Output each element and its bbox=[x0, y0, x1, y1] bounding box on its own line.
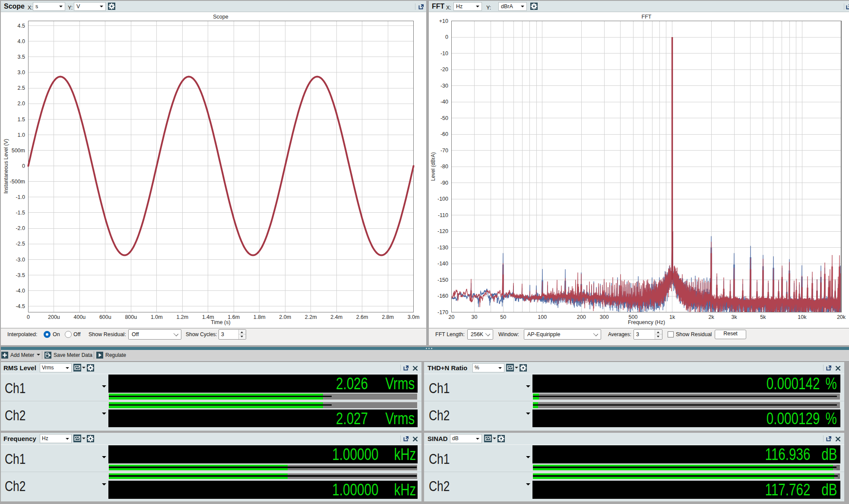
svg-text:30: 30 bbox=[472, 314, 478, 320]
svg-text:600u: 600u bbox=[99, 314, 111, 320]
svg-text:300: 300 bbox=[600, 314, 609, 320]
svg-text:-170: -170 bbox=[437, 309, 448, 315]
svg-text:20: 20 bbox=[449, 314, 455, 320]
svg-text:1k: 1k bbox=[669, 314, 675, 320]
svg-text:3k: 3k bbox=[731, 314, 737, 320]
svg-text:2.5: 2.5 bbox=[18, 85, 25, 91]
svg-text:0: 0 bbox=[27, 314, 30, 320]
svg-text:2.4m: 2.4m bbox=[330, 314, 342, 320]
svg-text:0: 0 bbox=[445, 34, 448, 40]
svg-text:Frequency (Hz): Frequency (Hz) bbox=[628, 319, 665, 325]
svg-text:-30: -30 bbox=[440, 83, 448, 89]
svg-text:-4.0: -4.0 bbox=[16, 288, 25, 294]
svg-text:Scope: Scope bbox=[213, 14, 228, 20]
svg-text:-70: -70 bbox=[440, 148, 448, 154]
svg-text:-10: -10 bbox=[440, 50, 448, 57]
svg-text:200: 200 bbox=[577, 314, 586, 320]
svg-text:100: 100 bbox=[538, 314, 547, 320]
svg-text:-150: -150 bbox=[437, 277, 448, 283]
svg-text:500m: 500m bbox=[12, 148, 25, 154]
svg-text:1.0m: 1.0m bbox=[151, 314, 163, 320]
svg-text:-120: -120 bbox=[437, 228, 448, 234]
svg-text:-1.5: -1.5 bbox=[16, 210, 25, 216]
svg-text:-60: -60 bbox=[440, 131, 448, 137]
svg-text:Instantaneous Level (V): Instantaneous Level (V) bbox=[3, 139, 9, 194]
svg-text:-4.5: -4.5 bbox=[16, 303, 25, 309]
svg-text:-140: -140 bbox=[437, 261, 448, 267]
svg-text:-20: -20 bbox=[440, 66, 448, 72]
svg-text:5k: 5k bbox=[760, 314, 766, 320]
svg-text:1.8m: 1.8m bbox=[253, 314, 266, 320]
svg-text:4.0: 4.0 bbox=[18, 38, 25, 44]
svg-text:3.0m: 3.0m bbox=[408, 314, 420, 320]
svg-text:-1.0: -1.0 bbox=[16, 194, 25, 200]
svg-text:-130: -130 bbox=[437, 245, 448, 251]
svg-text:-80: -80 bbox=[440, 164, 448, 170]
svg-text:2.6m: 2.6m bbox=[356, 314, 368, 320]
svg-text:-110: -110 bbox=[438, 212, 448, 218]
svg-text:-3.5: -3.5 bbox=[16, 272, 25, 278]
svg-text:-500m: -500m bbox=[10, 179, 25, 185]
svg-text:2.2m: 2.2m bbox=[305, 314, 317, 320]
svg-text:400u: 400u bbox=[73, 314, 86, 320]
svg-text:-40: -40 bbox=[440, 99, 448, 105]
svg-text:2.8m: 2.8m bbox=[382, 314, 394, 320]
svg-text:FFT: FFT bbox=[642, 14, 652, 20]
svg-text:-90: -90 bbox=[440, 180, 448, 186]
svg-text:200u: 200u bbox=[48, 314, 60, 320]
svg-text:-2.0: -2.0 bbox=[16, 225, 25, 231]
svg-text:10k: 10k bbox=[798, 314, 807, 320]
svg-text:-50: -50 bbox=[440, 115, 448, 121]
svg-text:2k: 2k bbox=[709, 314, 715, 320]
svg-text:1.5: 1.5 bbox=[18, 117, 25, 123]
svg-text:3.5: 3.5 bbox=[18, 54, 25, 60]
svg-text:+10: +10 bbox=[439, 18, 448, 24]
svg-text:20k: 20k bbox=[837, 314, 846, 320]
svg-text:2.0: 2.0 bbox=[18, 101, 25, 107]
svg-text:2.0m: 2.0m bbox=[279, 314, 291, 320]
svg-text:3.0: 3.0 bbox=[18, 69, 25, 76]
svg-text:-100: -100 bbox=[437, 196, 448, 202]
svg-text:4.5: 4.5 bbox=[18, 23, 25, 29]
svg-text:0: 0 bbox=[22, 163, 25, 169]
svg-text:Time (s): Time (s) bbox=[211, 319, 230, 325]
svg-text:Level (dBrA): Level (dBrA) bbox=[430, 152, 436, 181]
svg-text:1.2m: 1.2m bbox=[176, 314, 188, 320]
svg-text:800u: 800u bbox=[125, 314, 137, 320]
svg-text:-160: -160 bbox=[437, 293, 448, 299]
svg-text:-3.0: -3.0 bbox=[16, 257, 25, 263]
svg-text:50: 50 bbox=[500, 314, 506, 320]
svg-text:1.0: 1.0 bbox=[18, 132, 25, 138]
svg-text:-2.5: -2.5 bbox=[16, 241, 25, 247]
